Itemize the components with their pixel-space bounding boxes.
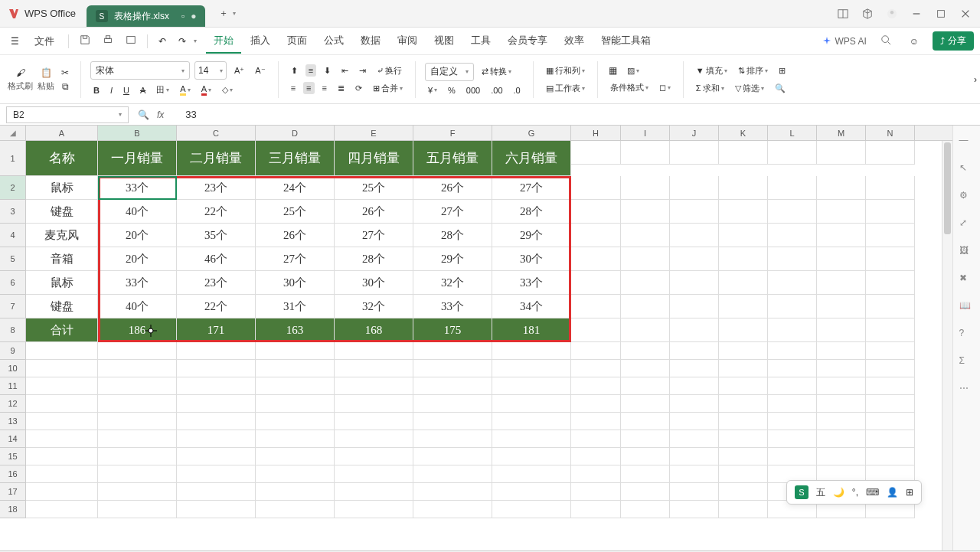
ribbon-expand-icon[interactable]: › [974,74,977,85]
cell[interactable]: 26个 [413,176,492,200]
cell[interactable] [571,501,621,518]
menu-item-5[interactable]: 审阅 [390,29,425,54]
cell[interactable] [98,430,177,448]
cell[interactable] [26,342,98,360]
menu-item-4[interactable]: 数据 [353,29,388,54]
cell[interactable] [571,465,621,483]
row-header[interactable]: 2 [0,176,26,200]
cell[interactable] [621,295,670,318]
cell[interactable] [866,200,915,224]
col-header[interactable]: B [98,126,177,140]
cell[interactable]: 键盘 [26,200,98,224]
sum-button[interactable]: Σ求和▾ [693,81,727,96]
row-header[interactable]: 5 [0,247,26,271]
cell[interactable] [768,377,817,395]
cell[interactable] [413,342,492,360]
cell[interactable] [26,465,98,483]
cell[interactable]: 28个 [492,200,571,224]
cell[interactable]: 23个 [177,176,256,200]
select-all-corner[interactable]: ◢ [0,126,26,140]
cell[interactable] [817,448,866,465]
currency-icon[interactable]: ¥▾ [425,84,440,96]
cell[interactable] [866,430,915,448]
freeze-icon[interactable]: ⊞ [776,64,789,77]
cell[interactable] [413,377,492,395]
cell[interactable] [670,395,719,413]
cell[interactable] [719,448,768,465]
number-format-select[interactable]: 自定义▾ [425,63,474,81]
cell[interactable]: 28个 [413,224,492,247]
cell[interactable] [719,342,768,360]
cut-icon[interactable]: ✂ [59,67,71,79]
share-button[interactable]: ⤴分享 [933,31,974,51]
copy-icon[interactable]: ⧉ [59,80,71,93]
cell[interactable] [719,395,768,413]
comma-icon[interactable]: 000 [463,84,483,96]
cell[interactable] [670,430,719,448]
sort-button[interactable]: ⇅排序▾ [735,64,771,78]
cell[interactable] [670,448,719,465]
font-select[interactable]: 宋体▾ [90,61,190,80]
align-right-icon[interactable]: ≡ [319,82,330,94]
cell[interactable] [335,483,413,501]
s-badge-icon[interactable]: S [795,485,808,499]
cell[interactable] [719,430,768,448]
cell[interactable]: 六月销量 [492,141,571,176]
side-image-icon[interactable]: 🖼 [959,245,975,260]
cell[interactable] [492,448,571,465]
cell[interactable]: 键盘 [26,295,98,318]
cell[interactable] [621,395,670,413]
cell[interactable] [817,342,866,360]
row-header[interactable]: 4 [0,224,26,247]
align-left-icon[interactable]: ≡ [288,82,299,94]
cell[interactable] [768,271,817,295]
cell[interactable] [256,501,335,518]
cell[interactable] [817,377,866,395]
cell[interactable]: 26个 [335,200,413,224]
cell[interactable] [177,465,256,483]
cell[interactable]: 28个 [335,247,413,271]
cell[interactable]: 181 [492,318,571,342]
cell[interactable] [413,413,492,430]
cell[interactable]: 22个 [177,200,256,224]
table-style-icon[interactable]: ▦ [607,64,619,77]
cell-reference-input[interactable]: B2▾ [6,106,129,123]
cell[interactable] [817,200,866,224]
fill-color-icon[interactable]: A▾ [177,83,193,97]
cell[interactable] [719,295,768,318]
side-sum-icon[interactable]: Σ [959,355,975,371]
cell[interactable] [571,295,621,318]
cell[interactable] [670,318,719,342]
strikethrough-icon[interactable]: A [137,84,149,96]
cell[interactable] [492,342,571,360]
save-icon[interactable] [75,31,95,51]
cell[interactable]: 鼠标 [26,176,98,200]
cell[interactable] [768,413,817,430]
cell[interactable] [98,483,177,501]
cell[interactable] [719,465,768,483]
row-header[interactable]: 13 [0,413,26,430]
increase-font-icon[interactable]: A⁺ [231,64,247,77]
cell[interactable] [866,318,915,342]
cell[interactable] [719,483,768,501]
cell[interactable] [866,360,915,377]
cell[interactable]: 名称 [26,141,98,176]
cell[interactable] [719,224,768,247]
cell[interactable] [817,395,866,413]
cell[interactable] [571,271,621,295]
cell-style-icon[interactable]: ▨▾ [624,64,642,77]
cell[interactable] [492,465,571,483]
cell[interactable] [719,247,768,271]
align-bottom-icon[interactable]: ⬇ [321,64,334,77]
cell[interactable] [571,224,621,247]
col-header[interactable]: D [256,126,335,140]
col-header[interactable]: C [177,126,256,140]
cell[interactable] [413,501,492,518]
cell[interactable] [621,141,670,165]
cell[interactable] [768,295,817,318]
menu-item-2[interactable]: 页面 [279,29,315,54]
cell[interactable] [621,448,670,465]
cell[interactable] [817,318,866,342]
cell[interactable] [670,483,719,501]
cell[interactable]: 33个 [98,271,177,295]
